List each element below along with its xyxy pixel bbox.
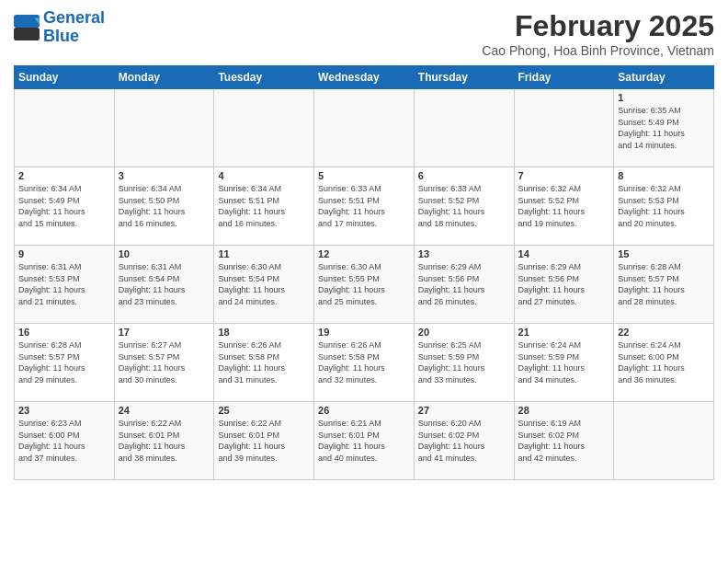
day-number: 22: [618, 327, 710, 338]
calendar-cell: 12Sunrise: 6:30 AM Sunset: 5:55 PM Dayli…: [314, 246, 415, 324]
logo-line2: Blue: [43, 28, 105, 46]
calendar-cell: 5Sunrise: 6:33 AM Sunset: 5:51 PM Daylig…: [314, 167, 415, 246]
calendar-week-row: 2Sunrise: 6:34 AM Sunset: 5:49 PM Daylig…: [15, 167, 714, 246]
day-number: 11: [218, 248, 310, 259]
calendar-cell: 14Sunrise: 6:29 AM Sunset: 5:56 PM Dayli…: [514, 246, 614, 324]
day-number: 4: [218, 170, 310, 181]
calendar-cell: [214, 89, 314, 167]
calendar-cell: 9Sunrise: 6:31 AM Sunset: 5:53 PM Daylig…: [15, 246, 115, 324]
calendar-cell: 24Sunrise: 6:22 AM Sunset: 6:01 PM Dayli…: [114, 402, 214, 480]
day-info: Sunrise: 6:28 AM Sunset: 5:57 PM Dayligh…: [618, 261, 710, 307]
calendar-cell: 15Sunrise: 6:28 AM Sunset: 5:57 PM Dayli…: [614, 246, 714, 324]
day-info: Sunrise: 6:21 AM Sunset: 6:01 PM Dayligh…: [318, 418, 410, 464]
day-info: Sunrise: 6:31 AM Sunset: 5:53 PM Dayligh…: [18, 261, 110, 307]
day-info: Sunrise: 6:35 AM Sunset: 5:49 PM Dayligh…: [618, 105, 710, 151]
day-number: 23: [18, 405, 110, 416]
weekday-header-friday: Friday: [514, 66, 614, 89]
calendar-cell: 11Sunrise: 6:30 AM Sunset: 5:54 PM Dayli…: [214, 246, 314, 324]
day-number: 2: [18, 170, 110, 181]
day-number: 13: [418, 248, 510, 259]
weekday-header-wednesday: Wednesday: [314, 66, 415, 89]
day-info: Sunrise: 6:34 AM Sunset: 5:49 PM Dayligh…: [18, 183, 110, 229]
weekday-header-sunday: Sunday: [15, 66, 115, 89]
weekday-header-saturday: Saturday: [614, 66, 714, 89]
svg-rect-0: [14, 15, 40, 28]
calendar-cell: 6Sunrise: 6:33 AM Sunset: 5:52 PM Daylig…: [414, 167, 514, 246]
day-info: Sunrise: 6:33 AM Sunset: 5:52 PM Dayligh…: [418, 183, 510, 229]
svg-rect-1: [14, 28, 40, 40]
weekday-header-tuesday: Tuesday: [214, 66, 314, 89]
logo-line1: General: [43, 8, 105, 27]
calendar-cell: 19Sunrise: 6:26 AM Sunset: 5:58 PM Dayli…: [314, 324, 415, 402]
calendar-cell: 10Sunrise: 6:31 AM Sunset: 5:54 PM Dayli…: [114, 246, 214, 324]
day-number: 6: [418, 170, 510, 181]
day-info: Sunrise: 6:26 AM Sunset: 5:58 PM Dayligh…: [318, 339, 410, 385]
day-info: Sunrise: 6:29 AM Sunset: 5:56 PM Dayligh…: [418, 261, 510, 307]
calendar-cell: 22Sunrise: 6:24 AM Sunset: 6:00 PM Dayli…: [614, 324, 714, 402]
day-number: 17: [119, 327, 210, 338]
day-info: Sunrise: 6:25 AM Sunset: 5:59 PM Dayligh…: [418, 339, 510, 385]
day-info: Sunrise: 6:31 AM Sunset: 5:54 PM Dayligh…: [119, 261, 210, 307]
day-number: 12: [318, 248, 410, 259]
day-info: Sunrise: 6:19 AM Sunset: 6:02 PM Dayligh…: [518, 418, 610, 464]
day-number: 1: [618, 92, 710, 103]
day-info: Sunrise: 6:22 AM Sunset: 6:01 PM Dayligh…: [218, 418, 310, 464]
calendar-cell: 16Sunrise: 6:28 AM Sunset: 5:57 PM Dayli…: [15, 324, 115, 402]
day-info: Sunrise: 6:20 AM Sunset: 6:02 PM Dayligh…: [418, 418, 510, 464]
day-number: 27: [418, 405, 510, 416]
day-number: 25: [218, 405, 310, 416]
day-info: Sunrise: 6:22 AM Sunset: 6:01 PM Dayligh…: [119, 418, 210, 464]
subtitle: Cao Phong, Hoa Binh Province, Vietnam: [482, 43, 714, 58]
day-info: Sunrise: 6:23 AM Sunset: 6:00 PM Dayligh…: [18, 418, 110, 464]
day-number: 15: [618, 248, 710, 259]
day-info: Sunrise: 6:33 AM Sunset: 5:51 PM Dayligh…: [318, 183, 410, 229]
calendar-cell: 2Sunrise: 6:34 AM Sunset: 5:49 PM Daylig…: [15, 167, 115, 246]
calendar-cell: 17Sunrise: 6:27 AM Sunset: 5:57 PM Dayli…: [114, 324, 214, 402]
calendar-cell: [514, 89, 614, 167]
day-number: 21: [518, 327, 610, 338]
day-info: Sunrise: 6:26 AM Sunset: 5:58 PM Dayligh…: [218, 339, 310, 385]
logo-text: General Blue: [43, 9, 105, 46]
day-number: 7: [518, 170, 610, 181]
day-number: 10: [119, 248, 210, 259]
day-number: 14: [518, 248, 610, 259]
calendar-cell: 27Sunrise: 6:20 AM Sunset: 6:02 PM Dayli…: [414, 402, 514, 480]
calendar-cell: 13Sunrise: 6:29 AM Sunset: 5:56 PM Dayli…: [414, 246, 514, 324]
weekday-header-monday: Monday: [114, 66, 214, 89]
day-number: 19: [318, 327, 410, 338]
calendar-cell: 25Sunrise: 6:22 AM Sunset: 6:01 PM Dayli…: [214, 402, 314, 480]
calendar-week-row: 9Sunrise: 6:31 AM Sunset: 5:53 PM Daylig…: [15, 246, 714, 324]
header: General Blue February 2025 Cao Phong, Ho…: [14, 9, 714, 58]
calendar-cell: [15, 89, 115, 167]
calendar-cell: 26Sunrise: 6:21 AM Sunset: 6:01 PM Dayli…: [314, 402, 415, 480]
calendar-cell: [414, 89, 514, 167]
main-title: February 2025: [482, 9, 714, 43]
weekday-header-row: SundayMondayTuesdayWednesdayThursdayFrid…: [15, 66, 714, 89]
calendar-cell: 28Sunrise: 6:19 AM Sunset: 6:02 PM Dayli…: [514, 402, 614, 480]
logo-icon: [14, 15, 40, 40]
day-info: Sunrise: 6:32 AM Sunset: 5:52 PM Dayligh…: [518, 183, 610, 229]
day-info: Sunrise: 6:30 AM Sunset: 5:54 PM Dayligh…: [218, 261, 310, 307]
day-number: 18: [218, 327, 310, 338]
day-number: 5: [318, 170, 410, 181]
calendar-cell: 4Sunrise: 6:34 AM Sunset: 5:51 PM Daylig…: [214, 167, 314, 246]
day-number: 20: [418, 327, 510, 338]
day-info: Sunrise: 6:34 AM Sunset: 5:51 PM Dayligh…: [218, 183, 310, 229]
weekday-header-thursday: Thursday: [414, 66, 514, 89]
day-info: Sunrise: 6:28 AM Sunset: 5:57 PM Dayligh…: [18, 339, 110, 385]
day-info: Sunrise: 6:24 AM Sunset: 5:59 PM Dayligh…: [518, 339, 610, 385]
calendar-week-row: 1Sunrise: 6:35 AM Sunset: 5:49 PM Daylig…: [15, 89, 714, 167]
day-number: 26: [318, 405, 410, 416]
calendar-cell: [314, 89, 415, 167]
calendar-cell: 8Sunrise: 6:32 AM Sunset: 5:53 PM Daylig…: [614, 167, 714, 246]
calendar-cell: [614, 402, 714, 480]
day-info: Sunrise: 6:34 AM Sunset: 5:50 PM Dayligh…: [119, 183, 210, 229]
calendar-cell: 21Sunrise: 6:24 AM Sunset: 5:59 PM Dayli…: [514, 324, 614, 402]
day-number: 8: [618, 170, 710, 181]
calendar-week-row: 16Sunrise: 6:28 AM Sunset: 5:57 PM Dayli…: [15, 324, 714, 402]
calendar-cell: 20Sunrise: 6:25 AM Sunset: 5:59 PM Dayli…: [414, 324, 514, 402]
calendar-cell: 1Sunrise: 6:35 AM Sunset: 5:49 PM Daylig…: [614, 89, 714, 167]
calendar-week-row: 23Sunrise: 6:23 AM Sunset: 6:00 PM Dayli…: [15, 402, 714, 480]
day-number: 24: [119, 405, 210, 416]
day-info: Sunrise: 6:32 AM Sunset: 5:53 PM Dayligh…: [618, 183, 710, 229]
